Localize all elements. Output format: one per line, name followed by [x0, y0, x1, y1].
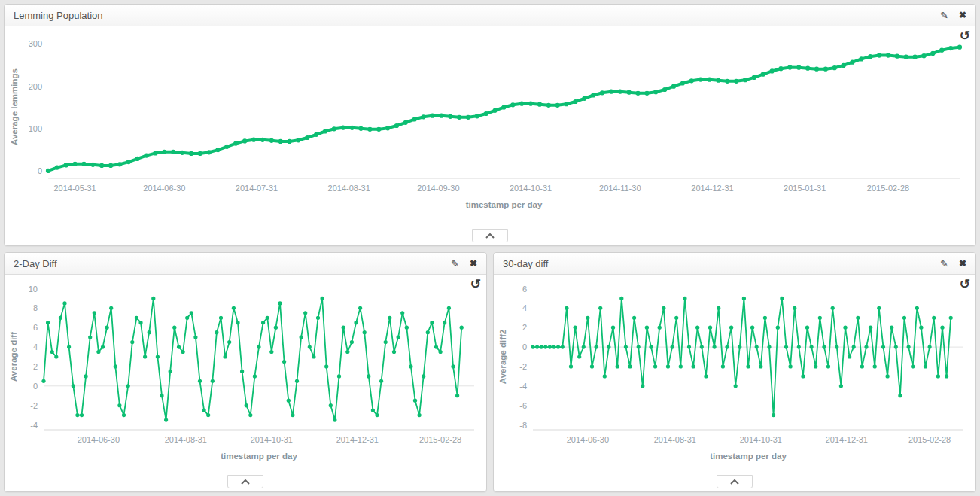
svg-text:200: 200 — [29, 82, 42, 91]
svg-text:2: 2 — [522, 323, 527, 332]
refresh-icon[interactable]: ↺ — [960, 29, 970, 42]
panel-header-lemming-population: Lemming Population ✎ ✖ — [5, 5, 975, 26]
2-day-diff-chart: -4-202468102014-06-302014-08-312014-10-3… — [6, 275, 485, 472]
svg-text:2014-10-31: 2014-10-31 — [740, 435, 782, 444]
close-icon[interactable]: ✖ — [959, 259, 966, 268]
svg-text:timestamp per day: timestamp per day — [466, 200, 543, 209]
svg-text:2014-08-31: 2014-08-31 — [328, 184, 370, 193]
refresh-icon[interactable]: ↺ — [470, 278, 481, 291]
chevron-up-icon — [730, 479, 739, 485]
svg-text:300: 300 — [29, 39, 42, 48]
svg-text:2014-06-30: 2014-06-30 — [143, 184, 185, 193]
svg-text:Average diff2: Average diff2 — [498, 330, 507, 384]
chevron-up-icon — [241, 479, 250, 485]
svg-text:4: 4 — [33, 342, 38, 351]
collapse-chevron-button[interactable] — [717, 475, 753, 488]
panel-header-30-day-diff: 30-day diff ✎ ✖ — [494, 253, 975, 275]
lemming-population-chart: 01002003002014-05-312014-06-302014-07-31… — [7, 26, 973, 222]
chart-area-lemming-population: ↺ 01002003002014-05-312014-06-302014-07-… — [5, 26, 975, 245]
svg-text:2014-08-31: 2014-08-31 — [654, 435, 696, 444]
svg-text:2014-09-30: 2014-09-30 — [417, 184, 459, 193]
svg-text:6: 6 — [33, 323, 38, 332]
svg-text:6: 6 — [522, 285, 527, 294]
chart-area-30-day-diff: ↺ -8-6-4-202462014-06-302014-08-312014-1… — [494, 275, 975, 491]
svg-text:2014-12-31: 2014-12-31 — [691, 184, 733, 193]
close-icon[interactable]: ✖ — [470, 259, 477, 268]
close-icon[interactable]: ✖ — [959, 11, 966, 20]
collapse-chevron-button[interactable] — [472, 229, 508, 242]
edit-icon[interactable]: ✎ — [940, 11, 948, 20]
svg-text:4: 4 — [522, 303, 527, 312]
svg-text:-6: -6 — [519, 401, 527, 410]
svg-text:-2: -2 — [519, 362, 527, 371]
refresh-icon[interactable]: ↺ — [960, 278, 970, 291]
svg-text:-8: -8 — [519, 421, 527, 430]
svg-text:0: 0 — [522, 342, 527, 351]
chevron-up-icon — [485, 233, 495, 239]
svg-text:2014-10-31: 2014-10-31 — [510, 184, 552, 193]
svg-text:0: 0 — [33, 382, 38, 391]
svg-text:-2: -2 — [30, 401, 38, 410]
chart-area-2-day-diff: ↺ -4-202468102014-06-302014-08-312014-10… — [5, 275, 486, 491]
kibana-dashboard: Lemming Population ✎ ✖ ↺ 01002003002014-… — [0, 0, 980, 496]
svg-text:2014-06-30: 2014-06-30 — [567, 435, 609, 444]
svg-text:100: 100 — [29, 124, 42, 133]
svg-text:2015-02-28: 2015-02-28 — [419, 435, 461, 444]
svg-text:-4: -4 — [519, 382, 527, 391]
collapse-chevron-button[interactable] — [227, 475, 263, 488]
bottom-row: 2-Day Diff ✎ ✖ ↺ -4-202468102014-06-3020… — [4, 252, 976, 492]
svg-text:2014-12-31: 2014-12-31 — [826, 435, 868, 444]
panel-actions: ✎ ✖ — [940, 259, 966, 269]
svg-text:2014-08-31: 2014-08-31 — [165, 435, 207, 444]
svg-text:2015-01-31: 2015-01-31 — [784, 184, 826, 193]
svg-text:8: 8 — [33, 303, 38, 312]
svg-text:0: 0 — [38, 166, 42, 175]
panel-2-day-diff: 2-Day Diff ✎ ✖ ↺ -4-202468102014-06-3020… — [4, 252, 487, 492]
30-day-diff-chart: -8-6-4-202462014-06-302014-08-312014-10-… — [495, 275, 974, 472]
svg-text:2015-02-28: 2015-02-28 — [908, 435, 951, 444]
svg-text:2014-05-31: 2014-05-31 — [53, 184, 96, 193]
edit-icon[interactable]: ✎ — [451, 259, 459, 269]
panel-lemming-population: Lemming Population ✎ ✖ ↺ 01002003002014-… — [4, 4, 976, 246]
svg-text:Average diff: Average diff — [9, 332, 18, 382]
svg-text:2014-06-30: 2014-06-30 — [78, 435, 120, 444]
panel-title: 30-day diff — [503, 258, 548, 269]
svg-text:Average lemmings: Average lemmings — [10, 68, 19, 145]
svg-text:-4: -4 — [30, 421, 38, 430]
panel-header-2-day-diff: 2-Day Diff ✎ ✖ — [5, 253, 486, 275]
panel-title: 2-Day Diff — [14, 258, 57, 269]
panel-actions: ✎ ✖ — [451, 259, 477, 269]
edit-icon[interactable]: ✎ — [940, 259, 948, 269]
svg-text:timestamp per day: timestamp per day — [221, 452, 297, 461]
panel-title: Lemming Population — [14, 10, 103, 21]
svg-text:10: 10 — [29, 285, 38, 294]
svg-text:2014-12-31: 2014-12-31 — [336, 435, 379, 444]
panel-30-day-diff: 30-day diff ✎ ✖ ↺ -8-6-4-202462014-06-30… — [493, 252, 976, 492]
panel-actions: ✎ ✖ — [940, 11, 966, 20]
svg-text:2015-02-28: 2015-02-28 — [867, 184, 909, 193]
svg-text:2014-10-31: 2014-10-31 — [251, 435, 293, 444]
svg-text:2014-11-30: 2014-11-30 — [599, 184, 641, 193]
svg-text:2014-07-31: 2014-07-31 — [236, 184, 278, 193]
svg-text:timestamp per day: timestamp per day — [710, 452, 787, 461]
svg-text:2: 2 — [33, 362, 38, 371]
